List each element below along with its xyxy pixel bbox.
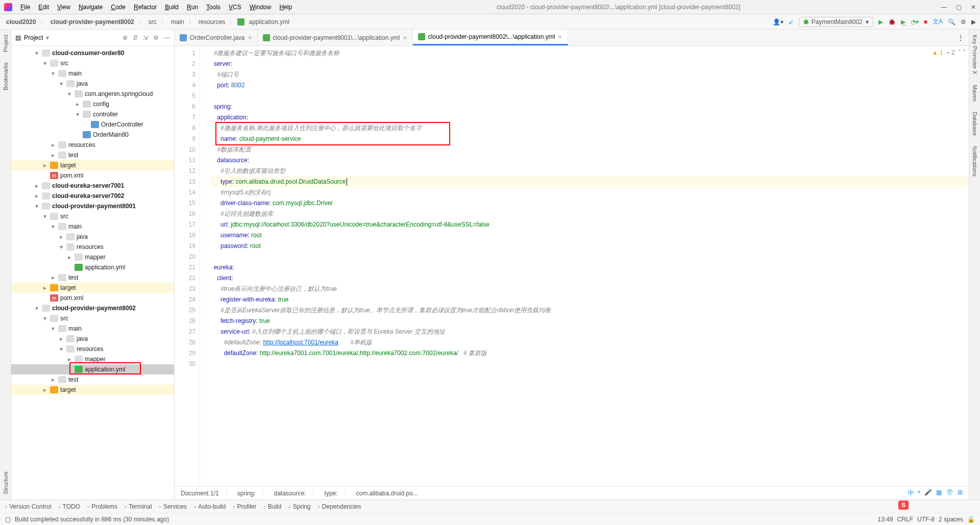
project-view-selector[interactable]: ▾ <box>46 34 49 41</box>
tree-item-application-yml[interactable]: application.yml <box>11 364 174 374</box>
inspections-summary[interactable]: ▲ 1 ⌁ 2 ˄ ˅ <box>932 49 966 56</box>
tree-twistie[interactable]: ▾ <box>34 203 40 210</box>
tree-item-test[interactable]: ▸test <box>11 272 174 283</box>
editor-tab[interactable]: cloud-provider-payment8001\...\applicati… <box>258 30 413 45</box>
close-tab-icon[interactable]: × <box>248 34 252 42</box>
breadcrumb-segment[interactable]: cloud-provider-payment8002 <box>48 18 136 26</box>
editor-crumb-segment[interactable]: Document 1/1 <box>181 490 219 497</box>
code-line[interactable]: #数据库配置 <box>210 144 969 155</box>
tree-item-java[interactable]: ▸java <box>11 232 174 242</box>
code-line[interactable]: #端口号 <box>210 69 969 80</box>
editor-crumb-segment[interactable]: type: <box>324 490 337 497</box>
editor-tab[interactable]: OrderController.java× <box>175 30 258 45</box>
breadcrumb-segment[interactable]: resources <box>197 18 228 26</box>
tree-twistie[interactable]: ▾ <box>42 315 48 322</box>
tree-item-java[interactable]: ▸java <box>11 334 174 344</box>
tree-item-target[interactable]: ▸target <box>11 160 174 170</box>
project-tree[interactable]: ▾cloud-consumer-order80▾src▾main▾java▾co… <box>11 46 174 499</box>
run-button[interactable]: ▶ <box>878 18 883 26</box>
code-line[interactable]: password: root <box>210 241 969 252</box>
read-only-toggle[interactable]: 🔓 <box>967 516 975 523</box>
structure-tool-button[interactable]: Structure <box>3 471 9 494</box>
project-tool-button[interactable]: Project <box>3 35 9 52</box>
tree-item-cloud-eureka-server7001[interactable]: ▸cloud-eureka-server7001 <box>11 181 174 191</box>
tool-window-dependencies[interactable]: ▫Dependencies <box>317 503 361 510</box>
tree-item-src[interactable]: ▾src <box>11 211 174 221</box>
tool-window-terminal[interactable]: ▫Terminal <box>125 503 152 510</box>
run-config-selector[interactable]: ⬢ PaymentMain8002 ▾ <box>799 17 873 27</box>
tree-twistie[interactable]: ▸ <box>75 101 81 108</box>
menu-help[interactable]: Help <box>275 2 296 13</box>
tree-item-cloud-provider-payment8001[interactable]: ▾cloud-provider-payment8001 <box>11 201 174 211</box>
tree-item-cloud-consumer-order80[interactable]: ▾cloud-consumer-order80 <box>11 48 174 58</box>
indent-info[interactable]: 2 spaces <box>939 516 963 523</box>
tree-twistie[interactable]: ▾ <box>42 213 48 220</box>
code-line[interactable] <box>210 252 969 262</box>
tree-item-resources[interactable]: ▾resources <box>11 242 174 252</box>
tree-twistie[interactable]: ▸ <box>50 274 56 281</box>
tool-window-services[interactable]: ▫Services <box>159 503 187 510</box>
line-separator[interactable]: CRLF <box>897 516 913 523</box>
code-line[interactable]: name: cloud-payment-service <box>210 134 969 144</box>
tree-twistie[interactable]: ▸ <box>58 335 64 342</box>
tree-twistie[interactable]: ▾ <box>50 325 56 332</box>
tree-twistie[interactable]: ▾ <box>50 70 56 77</box>
tool-window-profiler[interactable]: ▫Profiler <box>233 503 256 510</box>
tool-window-problems[interactable]: ▫Problems <box>87 503 117 510</box>
tree-twistie[interactable]: ▾ <box>58 80 64 87</box>
hide-icon[interactable]: — <box>164 34 170 41</box>
code-line[interactable]: fetch-registry: true <box>210 316 969 327</box>
tree-twistie[interactable]: ▸ <box>50 141 56 148</box>
tree-item-application-yml[interactable]: application.yml <box>11 262 174 272</box>
tray-icon[interactable]: • <box>918 489 920 497</box>
breadcrumb-segment[interactable]: cloud2020 <box>4 18 38 26</box>
close-tab-icon[interactable]: × <box>558 33 562 41</box>
coverage-button[interactable]: ▶̲ <box>901 18 905 26</box>
code-line[interactable]: type: com.alibaba.druid.pool.DruidDataSo… <box>210 177 969 187</box>
tool-window-auto-build[interactable]: ▫Auto-build <box>194 503 226 510</box>
tool-window-todo[interactable]: ▫TODO <box>58 503 80 510</box>
tree-item-pom-xml[interactable]: mpom.xml <box>11 293 174 303</box>
tree-item-ordermain80[interactable]: OrderMain80 <box>11 130 174 140</box>
tree-item-resources[interactable]: ▸resources <box>11 140 174 150</box>
code-line[interactable] <box>210 91 969 102</box>
tree-twistie[interactable]: ▸ <box>42 386 48 393</box>
code-line[interactable]: #引入的数据库驱动类型 <box>210 166 969 177</box>
menu-code[interactable]: Code <box>107 2 130 13</box>
menu-refactor[interactable]: Refactor <box>130 2 161 13</box>
tray-icon[interactable]: 🎤 <box>924 489 932 497</box>
user-icon[interactable]: 👤▾ <box>773 18 783 26</box>
menu-file[interactable]: File <box>16 2 34 13</box>
stop-button[interactable]: ■ <box>924 18 927 26</box>
vcs-icon[interactable]: 文А <box>933 17 943 26</box>
menu-tools[interactable]: Tools <box>202 2 225 13</box>
tree-item-mapper[interactable]: ▸mapper <box>11 252 174 262</box>
tree-item-main[interactable]: ▾main <box>11 221 174 232</box>
code-editor[interactable]: ▲ 1 ⌁ 2 ˄ ˅ #微服务建议一定要写服务端口号和微服务名称 server… <box>200 46 969 486</box>
tree-item-main[interactable]: ▾main <box>11 68 174 79</box>
editor-crumb-segment[interactable]: com.alibaba.druid.po... <box>356 490 418 497</box>
close-button[interactable]: ✕ <box>971 4 976 11</box>
tree-item-src[interactable]: ▾src <box>11 313 174 323</box>
code-line[interactable]: username: root <box>210 230 969 241</box>
menu-view[interactable]: View <box>53 2 75 13</box>
select-opened-file-icon[interactable]: ⊕ <box>122 34 128 41</box>
notifications-tool-button[interactable]: Notifications <box>972 146 978 177</box>
tree-item-controller[interactable]: ▾controller <box>11 109 174 119</box>
maven-tool-button[interactable]: Maven <box>972 85 978 102</box>
tree-twistie[interactable]: ▾ <box>58 345 64 353</box>
tray-icon[interactable]: ▦ <box>936 489 942 497</box>
tree-twistie[interactable]: ▸ <box>42 284 48 291</box>
collapse-all-icon[interactable]: ⇲ <box>143 34 148 41</box>
code-line[interactable]: #defaultZone: http://localhost:7001/eure… <box>210 337 969 348</box>
settings-icon[interactable]: ⚙ <box>961 18 966 26</box>
code-line[interactable]: #微服务建议一定要写服务端口号和微服务名称 <box>210 48 969 59</box>
tree-item-main[interactable]: ▾main <box>11 323 174 334</box>
tree-item-java[interactable]: ▾java <box>11 79 174 89</box>
key-promoter-tool-button[interactable]: Key Promoter X <box>972 35 978 74</box>
tree-twistie[interactable]: ▸ <box>58 233 64 240</box>
breadcrumb[interactable]: cloud2020〉cloud-provider-payment8002〉src… <box>4 17 291 26</box>
menu-window[interactable]: Window <box>246 2 276 13</box>
breadcrumb-segment[interactable]: src <box>146 18 159 26</box>
tree-item-src[interactable]: ▾src <box>11 58 174 68</box>
